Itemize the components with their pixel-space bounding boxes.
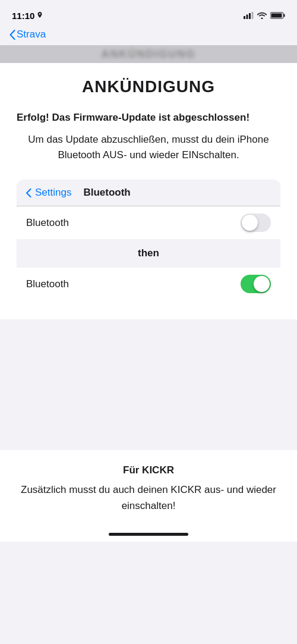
wifi-icon [257, 12, 267, 19]
toggle-off[interactable] [241, 213, 271, 232]
time-label: 11:10 [12, 11, 34, 21]
status-bar: 11:10 [0, 0, 297, 26]
chevron-left-icon [10, 30, 15, 40]
svg-rect-1 [247, 15, 248, 20]
bluetooth-page-title: Bluetooth [83, 187, 130, 199]
bluetooth-on-row: Bluetooth [17, 268, 280, 300]
back-label: Strava [17, 29, 46, 40]
location-icon [37, 12, 43, 19]
instruction-text: Um das Update abzuschließen, musst du de… [17, 132, 280, 164]
bluetooth-card: Settings Bluetooth Bluetooth then Blueto… [17, 180, 280, 300]
status-icons [244, 12, 285, 19]
kickr-title: Für KICKR [17, 464, 280, 476]
success-text: Erfolg! Das Firmware-Update ist abgeschl… [17, 111, 280, 125]
toggle-on[interactable] [241, 275, 271, 293]
announcement-title: ANKÜNDIGUNG [17, 77, 280, 96]
bluetooth-label-on: Bluetooth [26, 278, 69, 290]
back-navigation: Strava [0, 26, 297, 45]
settings-back-link: Settings [26, 187, 71, 199]
status-time: 11:10 [12, 11, 43, 21]
signal-icon [244, 12, 254, 19]
empty-space [0, 319, 297, 450]
bluetooth-label-off: Bluetooth [26, 217, 69, 229]
svg-rect-5 [284, 14, 285, 17]
svg-rect-6 [271, 14, 282, 18]
then-separator: then [17, 239, 280, 268]
main-content: ANKÜNDIGUNG Erfolg! Das Firmware-Update … [0, 63, 297, 319]
kickr-section: Für KICKR Zusätzlich musst du auch deine… [0, 450, 297, 523]
then-label: then [138, 247, 159, 259]
svg-rect-2 [249, 13, 251, 19]
battery-icon [270, 12, 285, 19]
settings-header-row: Settings Bluetooth [17, 180, 280, 206]
bluetooth-off-row: Bluetooth [17, 206, 280, 239]
svg-rect-0 [244, 16, 245, 19]
back-button[interactable]: Strava [10, 29, 46, 40]
settings-chevron-icon [26, 189, 31, 197]
settings-label: Settings [35, 187, 71, 199]
svg-rect-3 [252, 12, 254, 19]
home-bar [109, 533, 188, 536]
home-indicator-area [0, 523, 297, 542]
blurred-title: ANKÜNDIGUNG [102, 48, 196, 61]
kickr-text: Zusätzlich musst du auch deinen KICKR au… [17, 482, 280, 514]
blurred-header: ANKÜNDIGUNG [0, 45, 297, 63]
